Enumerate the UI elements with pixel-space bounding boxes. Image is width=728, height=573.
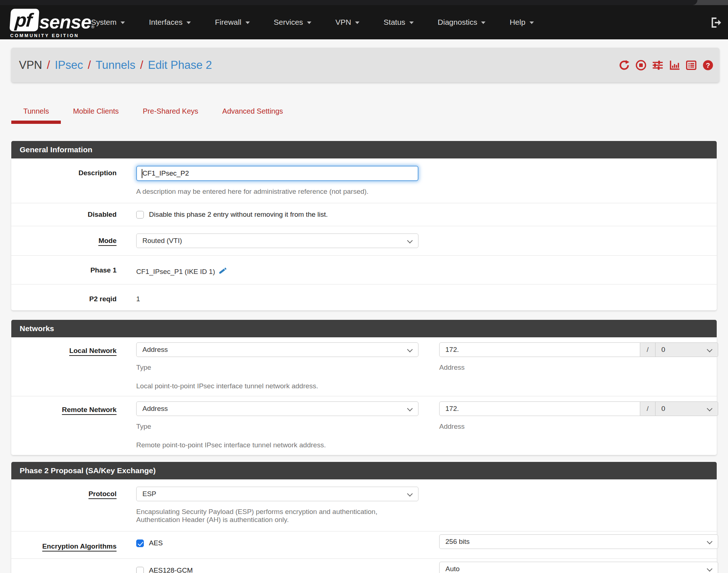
breadcrumb-separator: / (88, 59, 91, 72)
tab-bar: Tunnels Mobile Clients Pre-Shared Keys A… (11, 102, 728, 124)
protocol-select[interactable]: ESP (136, 487, 418, 501)
tab-advanced-settings[interactable]: Advanced Settings (210, 102, 295, 124)
aes128-gcm-keylen-select[interactable]: Auto (439, 562, 718, 573)
local-network-label: Local Network (19, 342, 117, 390)
phase1-value-line: CF1_IPsec_P1 (IKE ID 1) (136, 263, 418, 277)
caret-down-icon (186, 21, 191, 24)
local-network-help: Local point-to-point IPsec interface tun… (136, 382, 418, 390)
remote-network-address-input[interactable]: 172. (439, 401, 640, 416)
breadcrumb-edit-phase-2[interactable]: Edit Phase 2 (148, 59, 212, 72)
help-icon[interactable]: ? (703, 60, 713, 71)
sign-out-icon[interactable] (709, 16, 722, 31)
tab-mobile-clients[interactable]: Mobile Clients (61, 102, 131, 124)
aes-checkbox-label: AES (149, 539, 163, 547)
row-encryption-aes128gcm: AES128-GCM Auto (11, 558, 717, 573)
nav-item-services[interactable]: Services (274, 18, 312, 27)
caret-down-icon (530, 21, 534, 24)
tab-tunnels[interactable]: Tunnels (11, 102, 61, 124)
disabled-label: Disabled (19, 211, 117, 219)
section-networks: Networks Local Network Address Type Loca… (11, 320, 717, 455)
row-protocol: Protocol ESP Encapsulating Security Payl… (11, 479, 717, 531)
networks-panel: Local Network Address Type Local point-t… (11, 337, 717, 455)
nav-item-vpn[interactable]: VPN (335, 18, 359, 27)
nav-menu: System Interfaces Firewall Services VPN … (91, 18, 558, 27)
nav-item-firewall[interactable]: Firewall (215, 18, 249, 27)
disabled-checkbox[interactable] (136, 211, 144, 219)
caret-down-icon (307, 21, 311, 24)
row-mode: Mode Routed (VTI) (11, 226, 717, 255)
aes128-gcm-checkbox-label: AES128-GCM (149, 566, 193, 573)
phase1-label: Phase 1 (19, 263, 117, 277)
logo-pf-text: pf (14, 9, 34, 31)
caret-down-icon (355, 21, 359, 24)
window-top-strip (0, 0, 728, 5)
breadcrumb-tunnels[interactable]: Tunnels (96, 59, 135, 72)
breadcrumb-separator: / (140, 59, 143, 72)
row-disabled: Disabled Disable this phase 2 entry with… (11, 203, 717, 226)
remote-network-label: Remote Network (19, 401, 117, 449)
local-network-address-input[interactable]: 172. (439, 342, 640, 357)
local-network-type-select[interactable]: Address (136, 342, 418, 357)
caret-down-icon (481, 21, 485, 24)
caret-down-icon (409, 21, 414, 24)
edit-pencil-icon[interactable] (219, 266, 227, 277)
tab-pre-shared-keys[interactable]: Pre-Shared Keys (131, 102, 210, 124)
description-value: CF1_IPsec_P2 (142, 169, 189, 177)
local-network-prefix-separator: / (640, 342, 656, 357)
breadcrumb-bar: VPN / IPsec / Tunnels / Edit Phase 2 ? (11, 48, 719, 82)
caret-down-icon (121, 21, 125, 24)
pfsense-logo[interactable]: pf sense® COMMUNITY EDITION (10, 9, 94, 38)
remote-network-address-hint: Address (439, 423, 718, 431)
section-title: Phase 2 Proposal (SA/Key Exchange) (11, 462, 717, 479)
mode-select[interactable]: Routed (VTI) (136, 233, 418, 248)
description-label: Description (19, 166, 117, 196)
page-action-icons: ? (619, 60, 713, 71)
general-panel: Description CF1_IPsec_P2 A description m… (11, 158, 717, 310)
refresh-icon[interactable] (619, 60, 630, 71)
navbar: pf sense® COMMUNITY EDITION System Inter… (0, 5, 728, 39)
aes128-gcm-checkbox[interactable] (136, 567, 144, 573)
logo-sense-text: sense® (39, 12, 94, 31)
row-p2reqid: P2 reqid 1 (11, 284, 717, 310)
nav-item-diagnostics[interactable]: Diagnostics (438, 18, 486, 27)
row-local-network: Local Network Address Type Local point-t… (11, 337, 717, 396)
caret-down-icon (245, 21, 250, 24)
row-description: Description CF1_IPsec_P2 A description m… (11, 158, 717, 203)
nav-item-interfaces[interactable]: Interfaces (149, 18, 191, 27)
window-tab-shade (0, 0, 697, 5)
local-network-address-hint: Address (439, 364, 718, 372)
pf-logo-box: pf (9, 9, 39, 31)
nav-item-system[interactable]: System (91, 18, 125, 27)
empty-label (19, 562, 117, 573)
aes-keylen-select[interactable]: 256 bits (439, 534, 718, 549)
breadcrumb-ipsec[interactable]: IPsec (55, 59, 83, 72)
description-help: A description may be entered here for ad… (136, 188, 418, 196)
description-input[interactable]: CF1_IPsec_P2 (136, 166, 418, 181)
remote-network-type-hint: Type (136, 423, 418, 431)
protocol-label: Protocol (19, 487, 117, 524)
log-list-icon[interactable] (686, 60, 697, 71)
sliders-icon[interactable] (652, 60, 663, 71)
p2reqid-label: P2 reqid (19, 292, 117, 303)
breadcrumb-vpn: VPN (19, 59, 42, 72)
svg-text:?: ? (706, 61, 710, 69)
section-phase2-proposal: Phase 2 Proposal (SA/Key Exchange) Proto… (11, 462, 717, 573)
row-phase1: Phase 1 CF1_IPsec_P1 (IKE ID 1) (11, 255, 717, 284)
breadcrumb-separator: / (47, 59, 50, 72)
nav-item-status[interactable]: Status (383, 18, 414, 27)
remote-network-prefix-select[interactable]: 0 (656, 401, 718, 416)
section-title: General Information (11, 141, 717, 158)
row-remote-network: Remote Network Address Type Remote point… (11, 396, 717, 455)
section-title: Networks (11, 320, 717, 337)
nav-item-help[interactable]: Help (509, 18, 534, 27)
phase1-value: CF1_IPsec_P1 (IKE ID 1) (136, 268, 215, 276)
stop-circle-icon[interactable] (635, 60, 646, 71)
section-general-information: General Information Description CF1_IPse… (11, 141, 717, 310)
bar-chart-icon[interactable] (669, 60, 680, 71)
remote-network-prefix-separator: / (640, 401, 656, 416)
row-encryption-aes: Encryption Algorithms AES 256 bits (11, 531, 717, 558)
remote-network-type-select[interactable]: Address (136, 401, 418, 416)
aes-checkbox[interactable] (136, 539, 144, 547)
logo-edition-text: COMMUNITY EDITION (10, 33, 94, 38)
local-network-prefix-select[interactable]: 0 (656, 342, 718, 357)
